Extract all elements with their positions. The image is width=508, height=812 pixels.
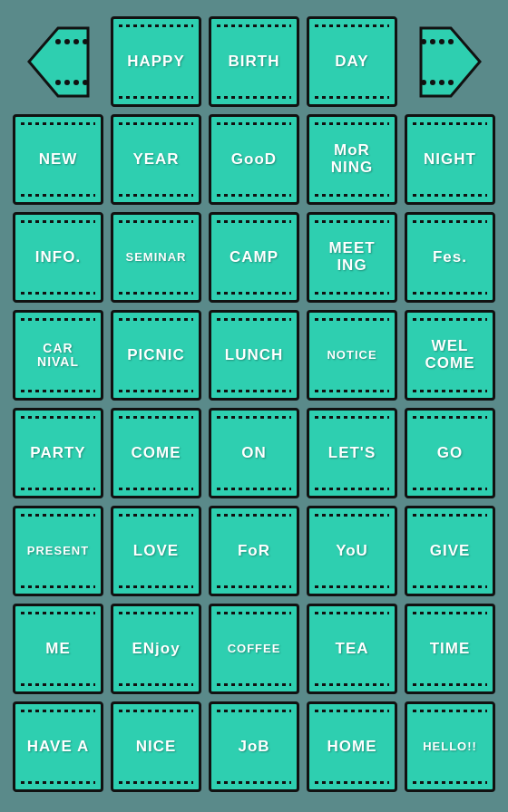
tile-morning-label: MoR NING [327, 139, 377, 179]
svg-point-8 [83, 80, 88, 85]
tile-party[interactable]: PARTY [13, 408, 103, 498]
tile-coffee-label: COFFEE [224, 639, 285, 659]
tile-seminar[interactable]: SEMINAR [111, 212, 201, 303]
svg-point-13 [430, 80, 435, 85]
svg-point-6 [73, 80, 79, 85]
tile-on[interactable]: ON [209, 408, 299, 498]
tile-happy[interactable]: HAPPY [111, 16, 201, 107]
tile-notice-label: NOTICE [323, 345, 380, 365]
tile-home[interactable]: HOME [307, 701, 397, 792]
tile-love[interactable]: LOVE [111, 506, 201, 596]
tile-new[interactable]: NEW [13, 114, 103, 205]
tile-me[interactable]: ME [13, 604, 103, 694]
tile-day-label: DAY [331, 50, 372, 74]
tile-good-label: GooD [228, 148, 280, 172]
tile-fes[interactable]: Fes. [405, 212, 495, 303]
svg-point-2 [55, 80, 61, 85]
tile-nice[interactable]: NICE [111, 701, 201, 792]
ribbon-right-icon [412, 24, 489, 101]
svg-marker-0 [29, 28, 88, 96]
svg-point-17 [448, 80, 454, 85]
tile-give[interactable]: GIVE [405, 506, 495, 596]
tile-enjoy[interactable]: ENjoy [111, 604, 201, 694]
ribbon-right-cell [405, 16, 495, 107]
svg-point-15 [439, 80, 444, 85]
tile-nice-label: NICE [132, 735, 181, 759]
tile-for-label: FoR [234, 539, 274, 564]
svg-point-10 [421, 39, 426, 44]
tile-for[interactable]: FoR [209, 506, 299, 596]
tile-enjoy-label: ENjoy [128, 637, 183, 662]
tile-me-label: ME [42, 637, 74, 662]
tile-birth-label: BIRTH [225, 50, 284, 74]
tile-meeting-label: MEET ING [325, 237, 378, 277]
tile-morning[interactable]: MoR NING [307, 114, 397, 205]
tile-lunch-label: LUNCH [221, 343, 288, 368]
tile-lets[interactable]: LET'S [307, 408, 397, 498]
tile-on-label: ON [238, 441, 270, 466]
svg-point-5 [73, 39, 79, 44]
tile-new-label: NEW [35, 148, 82, 172]
tile-meeting[interactable]: MEET ING [307, 212, 397, 303]
tile-camp[interactable]: CAMP [209, 212, 299, 303]
tile-lunch[interactable]: LUNCH [209, 310, 299, 401]
tile-welcome[interactable]: WEL COME [405, 310, 495, 401]
svg-marker-9 [421, 28, 480, 96]
tile-present-label: PRESENT [24, 541, 93, 561]
tile-info[interactable]: INFO. [13, 212, 103, 303]
tile-job[interactable]: JoB [209, 701, 299, 792]
tile-carnival-label: CAR NIVAL [34, 338, 83, 373]
tile-time[interactable]: TIME [405, 604, 495, 694]
tile-present[interactable]: PRESENT [13, 506, 103, 596]
svg-point-12 [430, 39, 435, 44]
tile-you-label: YoU [332, 539, 372, 564]
svg-point-14 [439, 39, 444, 44]
tile-welcome-label: WEL COME [422, 334, 479, 375]
tile-time-label: TIME [426, 637, 474, 662]
tile-picnic[interactable]: PICNIC [111, 310, 201, 401]
tile-give-label: GIVE [426, 539, 474, 564]
tile-year[interactable]: YEAR [111, 114, 201, 205]
tile-lets-label: LET'S [325, 441, 380, 466]
ribbon-left-icon [20, 24, 97, 101]
tile-home-label: HOME [324, 735, 381, 759]
svg-point-16 [448, 39, 454, 44]
tile-picnic-label: PICNIC [123, 343, 189, 368]
tile-you[interactable]: YoU [307, 506, 397, 596]
tile-go[interactable]: GO [405, 408, 495, 498]
svg-point-3 [64, 39, 70, 44]
tile-night[interactable]: NIGHT [405, 114, 495, 205]
tile-coffee[interactable]: COFFEE [209, 604, 299, 694]
tile-hello[interactable]: HELLO!! [405, 701, 495, 792]
tile-info-label: INFO. [32, 246, 84, 270]
tile-job-label: JoB [234, 735, 273, 759]
tile-come-label: COME [128, 441, 185, 466]
tile-night-label: NIGHT [420, 148, 480, 172]
tile-have-a[interactable]: HAVE A [13, 701, 103, 792]
tile-good[interactable]: GooD [209, 114, 299, 205]
tile-come[interactable]: COME [111, 408, 201, 498]
tile-party-label: PARTY [26, 441, 89, 466]
tile-go-label: GO [434, 441, 466, 466]
svg-point-1 [55, 39, 61, 44]
tile-love-label: LOVE [130, 539, 182, 564]
tile-fes-label: Fes. [429, 246, 471, 270]
tile-birth[interactable]: BIRTH [209, 16, 299, 107]
tile-tea-label: TEA [332, 637, 373, 662]
tile-camp-label: CAMP [226, 246, 282, 270]
svg-point-7 [83, 39, 88, 44]
sticker-grid: HAPPY BIRTH DAY NEW YEAR GooD MoR NING N… [5, 9, 503, 799]
tile-notice[interactable]: NOTICE [307, 310, 397, 401]
tile-carnival[interactable]: CAR NIVAL [13, 310, 103, 401]
tile-year-label: YEAR [129, 148, 182, 172]
tile-have-a-label: HAVE A [24, 735, 93, 759]
tile-seminar-label: SEMINAR [122, 247, 190, 267]
ribbon-left-cell [13, 16, 103, 107]
svg-point-4 [64, 80, 70, 85]
tile-happy-label: HAPPY [123, 50, 189, 74]
tile-tea[interactable]: TEA [307, 604, 397, 694]
svg-point-11 [421, 80, 426, 85]
tile-day[interactable]: DAY [307, 16, 397, 107]
tile-hello-label: HELLO!! [419, 737, 481, 757]
